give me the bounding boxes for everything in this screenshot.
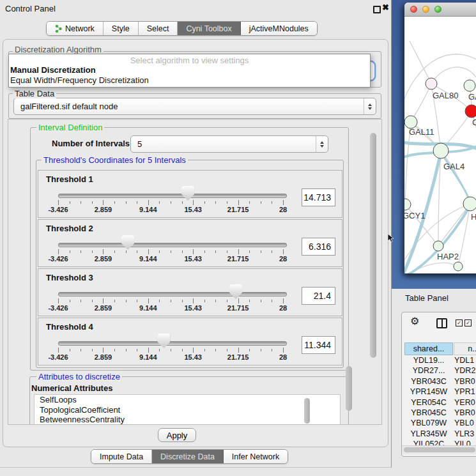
minor-tick [171, 300, 171, 302]
table-row-cell[interactable]: YBL0 [454, 418, 476, 429]
tab-discretize-data[interactable]: Discretize Data [152, 450, 224, 463]
float-window-icon[interactable] [373, 6, 381, 13]
network-node-gal11[interactable] [404, 116, 417, 128]
network-node-h[interactable] [463, 197, 476, 211]
tab-impute-data[interactable]: Impute Data [91, 450, 152, 463]
slider-track[interactable] [58, 243, 287, 247]
network-graph: GAL80GACGAL11GAL4GCY1HHAP2 [404, 17, 476, 273]
slider-handle[interactable] [229, 284, 242, 299]
slider-handle[interactable] [157, 334, 170, 348]
table-horizontal-scrollbar[interactable] [402, 445, 476, 454]
table-row-cell[interactable]: YDR27... [404, 366, 453, 376]
attribute-list-item[interactable]: TopologicalCoefficient [35, 405, 340, 415]
minor-tick [81, 349, 81, 351]
algorithm-dropdown-popup: Select algorithm to view settings Manual… [8, 54, 371, 88]
slider-handle[interactable] [181, 186, 194, 201]
slider-track[interactable] [58, 194, 287, 198]
tab-infer-network[interactable]: Infer Network [224, 450, 288, 463]
minor-tick [137, 201, 137, 204]
table-row-cell[interactable]: YDL19... [404, 356, 453, 366]
network-node-gcy1[interactable] [404, 199, 411, 210]
minor-tick [261, 250, 261, 253]
scrollbar-thumb[interactable] [404, 447, 475, 452]
intervals-stepper-icon[interactable] [316, 136, 328, 152]
table-row-cell[interactable]: YBR045C [404, 408, 453, 418]
table-data-value: galFiltered.sif default node [14, 102, 364, 111]
tick-label: 15.43 [174, 353, 212, 361]
minor-tick [215, 250, 216, 253]
tab-network[interactable]: Network [47, 22, 104, 35]
network-node-c[interactable] [465, 105, 476, 118]
table-row-cell[interactable]: YDL1 [454, 356, 476, 366]
attributes-pane-scrollbar[interactable] [346, 366, 352, 411]
tab-label: Network [65, 24, 95, 33]
numerical-attributes-label: Numerical Attributes [31, 383, 112, 393]
minimize-traffic-light[interactable] [422, 6, 429, 13]
table-row-cell[interactable]: YBR043C [404, 377, 453, 387]
tick-label: 15.43 [174, 255, 212, 263]
numerical-attributes-list[interactable]: SelfLoopsTopologicalCoefficientBetweenne… [34, 394, 341, 425]
threshold-value-field[interactable]: 21.4 [302, 287, 335, 305]
table-data-combobox[interactable]: galFiltered.sif default node [13, 98, 376, 115]
network-node-hap2[interactable] [433, 241, 443, 251]
minor-tick [70, 349, 70, 351]
minor-tick [204, 300, 205, 302]
control-panel: Control Panel ✖ NetworkStyleSelectCyni T… [0, 0, 392, 468]
slider-handle[interactable] [121, 235, 134, 250]
table-row-cell[interactable]: YER0 [454, 398, 476, 408]
zoom-traffic-light[interactable] [434, 6, 441, 13]
network-node-ga[interactable] [464, 80, 475, 91]
minor-tick [126, 250, 127, 253]
threshold-value-field[interactable]: 11.344 [302, 336, 335, 354]
table-row-cell[interactable]: YPR1 [454, 387, 476, 397]
column-header-name[interactable]: n... [454, 342, 476, 355]
tab-cyni-toolbox[interactable]: Cyni Toolbox [178, 22, 240, 35]
close-traffic-light[interactable] [410, 6, 417, 13]
table-row-cell[interactable]: YPR145W [404, 387, 453, 397]
slider-track[interactable] [58, 292, 287, 296]
table-row-cell[interactable]: YLR345W [404, 429, 453, 440]
slider-track[interactable] [58, 341, 287, 346]
popup-item-equal-width-frequency[interactable]: Equal Width/Frequency Discretization [9, 75, 370, 86]
network-node[interactable] [454, 262, 463, 271]
table-row-cell[interactable]: YER054C [404, 398, 453, 408]
apply-button[interactable]: Apply [158, 428, 196, 442]
threshold-value-field[interactable]: 6.316 [302, 238, 335, 256]
checkbox-icon[interactable]: ✓ [464, 319, 472, 326]
network-canvas[interactable]: GAL80GACGAL11GAL4GCY1HHAP2 [404, 17, 476, 273]
settings-vertical-scrollbar[interactable] [370, 133, 376, 358]
popup-item-manual-discretization[interactable]: Manual Discretization [9, 65, 370, 75]
checkbox-icon[interactable]: ✓ [456, 319, 463, 326]
minor-tick [272, 250, 272, 253]
attributes-list-scrollbar[interactable] [304, 398, 310, 424]
minor-tick [92, 250, 93, 253]
attribute-list-item[interactable]: SelfLoops [35, 395, 340, 405]
network-node-gal80[interactable] [426, 78, 437, 89]
combobox-stepper-icon[interactable] [364, 98, 376, 114]
tab-select[interactable]: Select [139, 22, 178, 35]
table-row-cell[interactable]: YLR3 [454, 429, 476, 440]
major-tick [103, 249, 104, 254]
tab-jactivemnodules[interactable]: jActiveMNodules [241, 22, 317, 35]
tab-style[interactable]: Style [104, 22, 139, 35]
table-row-cell[interactable]: YBL079W [404, 418, 453, 429]
settings-scrollpane: Interval Definition Number of Intervals … [8, 119, 382, 425]
minor-tick [272, 201, 272, 204]
threshold-value-field[interactable]: 14.713 [302, 188, 335, 206]
attribute-list-item[interactable]: BetweennessCentrality [35, 415, 340, 425]
split-view-icon[interactable] [436, 318, 447, 328]
gear-icon[interactable]: ⚙ [410, 315, 419, 327]
network-node-gal4[interactable] [433, 143, 449, 158]
network-view-window[interactable]: GAL80GACGAL11GAL4GCY1HHAP2 [404, 3, 476, 273]
table-row-cell[interactable]: YBR0 [454, 377, 476, 387]
network-window-titlebar [404, 3, 476, 17]
minor-tick [81, 250, 81, 253]
tick-label: 2.859 [84, 304, 122, 312]
close-icon[interactable]: ✖ [382, 3, 389, 12]
table-row-cell[interactable]: YDR2 [454, 366, 476, 376]
control-panel-title: Control Panel [5, 4, 56, 13]
minor-tick [182, 250, 183, 253]
column-header-shared-name[interactable]: shared... [404, 342, 453, 355]
table-row-cell[interactable]: YBR0 [454, 408, 476, 418]
number-of-intervals-combobox[interactable]: 5 [130, 135, 328, 153]
